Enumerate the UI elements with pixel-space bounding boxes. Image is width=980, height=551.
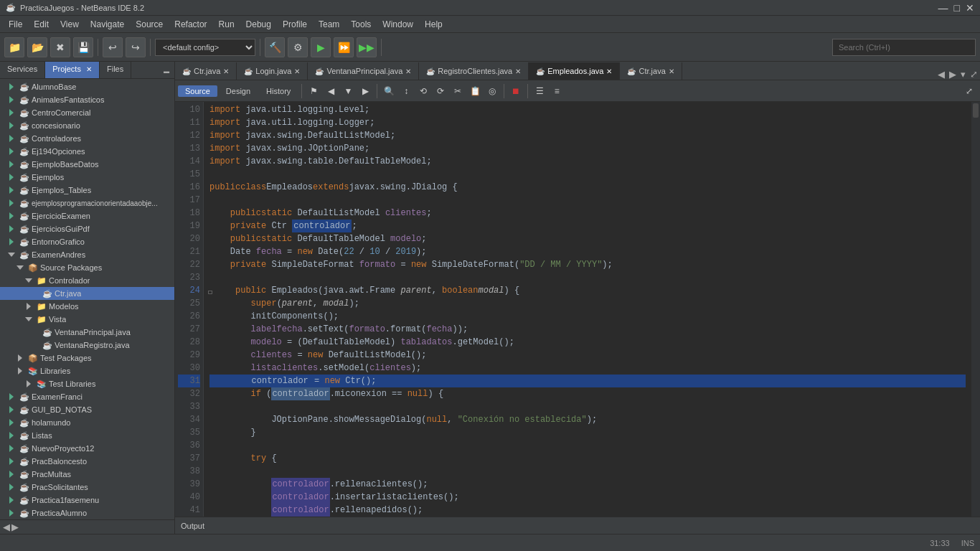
tree-item-nuevoproyecto[interactable]: ☕ NuevoProyecto12 bbox=[0, 442, 174, 455]
tab-scroll-left[interactable]: ◀ bbox=[936, 69, 947, 80]
tab-scroll-right[interactable]: ▶ bbox=[947, 69, 958, 80]
tree-item-practica1[interactable]: ☕ Practica1fasemenu bbox=[0, 494, 174, 507]
scroll-left-button[interactable]: ◀ bbox=[3, 522, 10, 532]
tree-item-modelos-pkg[interactable]: 📁 Modelos bbox=[0, 300, 174, 313]
ed-maximize[interactable]: ⤢ bbox=[961, 83, 977, 99]
tree-item-ventanaregistro[interactable]: ☕ VentanaRegistro.java bbox=[0, 339, 174, 352]
ed-btn-12[interactable]: ≡ bbox=[549, 83, 565, 99]
tree-item-animales[interactable]: ☕ AnimalesFantasticos bbox=[0, 93, 174, 106]
tab-files[interactable]: Files bbox=[100, 62, 131, 78]
tab-ventana[interactable]: ☕ VentanaPrincipal.java ✕ bbox=[308, 62, 419, 80]
menu-run[interactable]: Run bbox=[213, 18, 240, 31]
tree-item-pracbaloncesto[interactable]: ☕ PracBaloncesto bbox=[0, 455, 174, 468]
tree-item-test-libraries[interactable]: 📚 Test Libraries bbox=[0, 377, 174, 390]
tab-projects-close[interactable]: ✕ bbox=[86, 65, 92, 73]
window-controls[interactable]: — □ ✕ bbox=[938, 2, 974, 14]
tree-item-ctr-java[interactable]: ☕ Ctr.java bbox=[0, 287, 174, 300]
menu-view[interactable]: View bbox=[55, 18, 85, 31]
ed-search[interactable]: 🔍 bbox=[381, 83, 397, 99]
tree-item-concesionario[interactable]: ☕ concesionario bbox=[0, 119, 174, 132]
ed-btn-8[interactable]: ✂ bbox=[450, 83, 466, 99]
tree-item-ejemplostables[interactable]: ☕ Ejemplos_Tables bbox=[0, 184, 174, 197]
open-project-button[interactable]: 📂 bbox=[27, 37, 47, 57]
new-project-button[interactable]: 📁 bbox=[4, 37, 24, 57]
tab-close[interactable]: ✕ bbox=[294, 67, 300, 75]
tab-empleados[interactable]: ☕ Empleados.java ✕ bbox=[529, 62, 620, 80]
tree-item-ejerciciosgui[interactable]: ☕ EjerciciosGuiPdf bbox=[0, 222, 174, 235]
search-input[interactable] bbox=[832, 39, 976, 56]
ed-btn-2[interactable]: ◀ bbox=[323, 83, 339, 99]
tree-item-source-packages[interactable]: 📦 Source Packages bbox=[0, 261, 174, 274]
tab-close[interactable]: ✕ bbox=[606, 67, 612, 75]
tab-close[interactable]: ✕ bbox=[405, 67, 411, 75]
run-clean-build-button[interactable]: 🔨 bbox=[265, 37, 285, 57]
tree-item-controlador-pkg[interactable]: 📁 Controlador bbox=[0, 274, 174, 287]
menu-team[interactable]: Team bbox=[313, 18, 345, 31]
save-button[interactable]: 💾 bbox=[73, 37, 93, 57]
tree-item-centro[interactable]: ☕ CentroComercial bbox=[0, 106, 174, 119]
ed-btn-11[interactable]: ☰ bbox=[532, 83, 547, 99]
tree-item-ejercicioexamen[interactable]: ☕ EjercicioExamen bbox=[0, 209, 174, 222]
tab-registro[interactable]: ☕ RegistroClientes.java ✕ bbox=[419, 62, 529, 80]
menu-navigate[interactable]: Navigate bbox=[85, 18, 130, 31]
tree-item-libraries[interactable]: 📚 Libraries bbox=[0, 364, 174, 377]
ed-btn-3[interactable]: ▼ bbox=[340, 83, 356, 99]
tree-item-gui-bd[interactable]: ☕ GUI_BD_NOTAS bbox=[0, 403, 174, 416]
tab-services[interactable]: Services bbox=[0, 62, 45, 78]
menu-file[interactable]: File bbox=[3, 18, 28, 31]
tree-item-holamundo[interactable]: ☕ holamundo bbox=[0, 416, 174, 429]
build-button[interactable]: ⚙ bbox=[288, 37, 308, 57]
scrollbar-thumb[interactable] bbox=[973, 103, 979, 118]
tree-item-practicaalumno[interactable]: ☕ PracticaAlumno bbox=[0, 507, 174, 519]
tree-item-ejemplos[interactable]: ☕ Ejemplos bbox=[0, 171, 174, 184]
menu-profile[interactable]: Profile bbox=[277, 18, 313, 31]
output-label[interactable]: Output bbox=[181, 522, 204, 530]
maximize-button[interactable]: □ bbox=[954, 2, 960, 14]
menu-source[interactable]: Source bbox=[130, 18, 169, 31]
tree-item-ejemplobase[interactable]: ☕ EjemploBaseDatos bbox=[0, 158, 174, 171]
ed-btn-stop[interactable]: ⏹ bbox=[508, 83, 524, 99]
tree-item-examenandres[interactable]: ☕ ExamenAndres bbox=[0, 248, 174, 261]
ed-btn-5[interactable]: ↕ bbox=[398, 83, 414, 99]
run-button[interactable]: ▶ bbox=[311, 37, 331, 57]
tab-close[interactable]: ✕ bbox=[669, 67, 674, 75]
menu-refactor[interactable]: Refactor bbox=[169, 18, 212, 31]
tab-close[interactable]: ✕ bbox=[223, 67, 229, 75]
menu-tools[interactable]: Tools bbox=[345, 18, 377, 31]
close-button[interactable]: ✕ bbox=[966, 2, 974, 14]
tree-item-ventanaprincipal[interactable]: ☕ VentanaPrincipal.java bbox=[0, 326, 174, 339]
tab-dropdown[interactable]: ▾ bbox=[958, 69, 968, 80]
history-tab[interactable]: History bbox=[259, 85, 298, 97]
tree-item-entornografico[interactable]: ☕ EntornoGrafico bbox=[0, 235, 174, 248]
redo-button[interactable]: ↪ bbox=[126, 37, 146, 57]
tab-ctr1[interactable]: ☕ Ctr.java ✕ bbox=[175, 62, 237, 80]
tree-item-examenfranci[interactable]: ☕ ExamenFranci bbox=[0, 390, 174, 403]
run-step-button[interactable]: ⏩ bbox=[334, 37, 354, 57]
menu-window[interactable]: Window bbox=[377, 18, 419, 31]
ed-btn-10[interactable]: ◎ bbox=[484, 83, 500, 99]
minimize-button[interactable]: — bbox=[938, 2, 948, 14]
menu-help[interactable]: Help bbox=[419, 18, 448, 31]
undo-button[interactable]: ↩ bbox=[103, 37, 123, 57]
tab-ctr2[interactable]: ☕ Ctr.java ✕ bbox=[620, 62, 682, 80]
tab-projects[interactable]: Projects ✕ bbox=[45, 62, 100, 78]
debug-button[interactable]: ▶▶ bbox=[357, 37, 377, 57]
close-project-button[interactable]: ✖ bbox=[50, 37, 70, 57]
ed-btn-7[interactable]: ⟳ bbox=[433, 83, 448, 99]
tree-item-listas[interactable]: ☕ Listas bbox=[0, 429, 174, 442]
editor-scrollbar[interactable] bbox=[971, 102, 980, 517]
tree-item-pracmultas[interactable]: ☕ PracMultas bbox=[0, 468, 174, 481]
menu-edit[interactable]: Edit bbox=[28, 18, 55, 31]
tree-item-ejemplosprog[interactable]: ☕ ejemplosprogramacionorientadaaobje... bbox=[0, 197, 174, 209]
tree-item-pracsolicitantes[interactable]: ☕ PracSolicitantes bbox=[0, 481, 174, 494]
tab-maximize[interactable]: ⤢ bbox=[968, 69, 980, 80]
tree-item-vista-pkg[interactable]: 📁 Vista bbox=[0, 313, 174, 326]
tree-item-ej194[interactable]: ☕ Ej194Opciones bbox=[0, 145, 174, 158]
ed-btn-1[interactable]: ⚑ bbox=[306, 83, 321, 99]
source-tab[interactable]: Source bbox=[178, 85, 217, 97]
tab-login[interactable]: ☕ Login.java ✕ bbox=[237, 62, 308, 80]
code-content[interactable]: import java.util.logging.Level; import j… bbox=[204, 102, 971, 517]
design-tab[interactable]: Design bbox=[219, 85, 258, 97]
tree-item-alumnobase[interactable]: ☕ AlumnoBase bbox=[0, 80, 174, 93]
tree-item-test-packages[interactable]: 📦 Test Packages bbox=[0, 352, 174, 364]
